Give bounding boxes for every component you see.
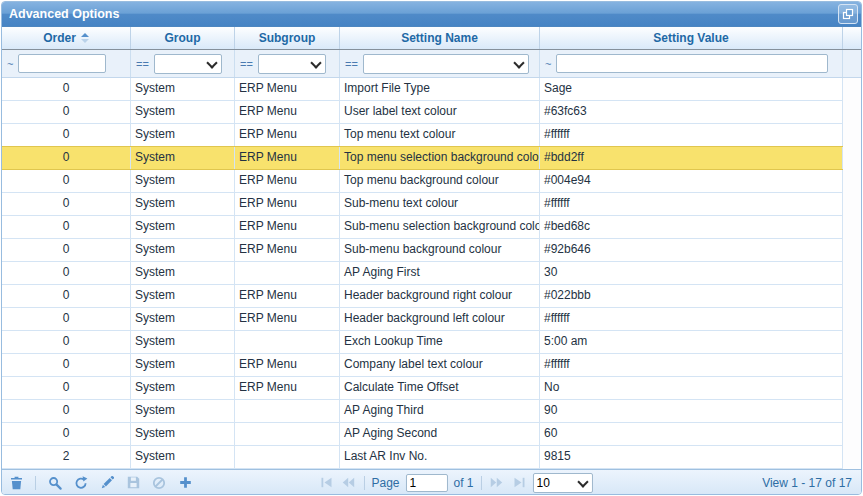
refresh-icon[interactable] [73, 475, 89, 491]
cell-setting-value: 90 [540, 400, 843, 422]
expand-icon[interactable] [838, 4, 858, 24]
filter-setting-name-select[interactable] [363, 54, 529, 74]
cell-group: System [131, 331, 235, 353]
filter-order-input[interactable] [18, 54, 106, 73]
search-icon[interactable] [47, 475, 63, 491]
table-row[interactable]: 0 System ERP Menu Top menu text colour #… [2, 124, 843, 147]
filter-subgroup-operator[interactable]: == [240, 58, 253, 70]
cell-group: System [131, 400, 235, 422]
cell-order: 0 [2, 101, 131, 123]
filter-setting-value-operator[interactable]: ~ [545, 58, 551, 70]
seek-prev-icon[interactable] [340, 475, 356, 491]
table-row[interactable]: 0 System ERP Menu Company label text col… [2, 354, 843, 377]
column-header-group[interactable]: Group [131, 27, 235, 49]
filter-subgroup-select[interactable] [258, 54, 326, 74]
table-row[interactable]: 0 System ERP Menu Top menu selection bac… [2, 147, 843, 170]
toolbar-separator [35, 476, 36, 490]
cell-subgroup [235, 262, 340, 284]
pager-separator [363, 476, 364, 490]
cell-group: System [131, 239, 235, 261]
window-title: Advanced Options [2, 2, 861, 26]
table-row[interactable]: 0 System AP Aging Second 60 [2, 423, 843, 446]
page-number-input[interactable] [406, 474, 448, 492]
table-row[interactable]: 0 System ERP Menu User label text colour… [2, 101, 843, 124]
filter-group-select[interactable] [154, 54, 222, 74]
table-row[interactable]: 0 System AP Aging Third 90 [2, 400, 843, 423]
cell-order: 0 [2, 216, 131, 238]
seek-next-icon[interactable] [489, 475, 505, 491]
cell-group: System [131, 354, 235, 376]
cell-order: 0 [2, 308, 131, 330]
cancel-icon[interactable] [151, 475, 167, 491]
table-row[interactable]: 0 System ERP Menu Import File Type Sage [2, 78, 843, 101]
filter-cell-setting-name: == [340, 50, 540, 77]
filter-spacer [843, 50, 861, 77]
cell-subgroup [235, 446, 340, 468]
cell-setting-name: Header background left colour [340, 308, 540, 330]
page-size-select[interactable]: 10 [533, 473, 593, 493]
cell-setting-name: Exch Lookup Time [340, 331, 540, 353]
sort-asc-icon [81, 33, 89, 43]
cell-setting-value: #ffffff [540, 354, 843, 376]
cell-order: 0 [2, 423, 131, 445]
pager: Page of 1 10 [318, 473, 592, 493]
table-row[interactable]: 0 System ERP Menu Header background righ… [2, 285, 843, 308]
toolbar-buttons [8, 475, 193, 491]
table-row[interactable]: 0 System ERP Menu Top menu background co… [2, 170, 843, 193]
cell-subgroup: ERP Menu [235, 377, 340, 399]
seek-last-icon[interactable] [511, 475, 527, 491]
cell-group: System [131, 193, 235, 215]
cell-setting-name: Sub-menu selection background colour [340, 216, 540, 238]
table-row[interactable]: 0 System ERP Menu Header background left… [2, 308, 843, 331]
table-row[interactable]: 2 System Last AR Inv No. 9815 [2, 446, 843, 469]
delete-icon[interactable] [8, 475, 24, 491]
filter-cell-group: == [131, 50, 235, 77]
cell-order: 0 [2, 78, 131, 100]
cell-subgroup [235, 400, 340, 422]
cell-setting-name: Import File Type [340, 78, 540, 100]
filter-row: ~ == == == ~ [2, 50, 861, 78]
column-header-setting-value[interactable]: Setting Value [540, 27, 843, 49]
cell-subgroup: ERP Menu [235, 239, 340, 261]
table-row[interactable]: 0 System Exch Lookup Time 5:00 am [2, 331, 843, 354]
cell-order: 0 [2, 124, 131, 146]
cell-subgroup: ERP Menu [235, 170, 340, 192]
filter-setting-value-input[interactable] [556, 54, 828, 73]
cell-setting-value: #ffffff [540, 193, 843, 215]
cell-setting-name: Top menu background colour [340, 170, 540, 192]
cell-group: System [131, 170, 235, 192]
cell-setting-value: #004e94 [540, 170, 843, 192]
filter-group-operator[interactable]: == [136, 58, 149, 70]
cell-order: 0 [2, 147, 131, 169]
cell-group: System [131, 308, 235, 330]
table-row[interactable]: 0 System ERP Menu Calculate Time Offset … [2, 377, 843, 400]
cell-order: 0 [2, 354, 131, 376]
table-row[interactable]: 0 System ERP Menu Sub-menu selection bac… [2, 216, 843, 239]
save-icon[interactable] [125, 475, 141, 491]
table-row[interactable]: 0 System ERP Menu Sub-menu background co… [2, 239, 843, 262]
cell-order: 0 [2, 239, 131, 261]
add-icon[interactable] [177, 475, 193, 491]
filter-setting-name-operator[interactable]: == [345, 58, 358, 70]
seek-first-icon[interactable] [318, 475, 334, 491]
cell-setting-name: Top menu text colour [340, 124, 540, 146]
column-header-subgroup[interactable]: Subgroup [235, 27, 340, 49]
grid-body: 0 System ERP Menu Import File Type Sage … [2, 78, 843, 469]
cell-order: 0 [2, 170, 131, 192]
cell-setting-value: 30 [540, 262, 843, 284]
cell-setting-value: 5:00 am [540, 331, 843, 353]
cell-subgroup: ERP Menu [235, 216, 340, 238]
cell-setting-value: 60 [540, 423, 843, 445]
cell-setting-value: #63fc63 [540, 101, 843, 123]
table-row[interactable]: 0 System ERP Menu Sub-menu text colour #… [2, 193, 843, 216]
header-spacer [843, 27, 861, 49]
column-header-order[interactable]: Order [2, 27, 131, 49]
filter-order-operator[interactable]: ~ [7, 58, 13, 70]
grid-toolbar: Page of 1 10 View 1 - 17 of 17 [2, 469, 861, 495]
cell-group: System [131, 101, 235, 123]
column-header-setting-name[interactable]: Setting Name [340, 27, 540, 49]
table-row[interactable]: 0 System AP Aging First 30 [2, 262, 843, 285]
edit-icon[interactable] [99, 475, 115, 491]
cell-order: 0 [2, 377, 131, 399]
cell-setting-value: #022bbb [540, 285, 843, 307]
